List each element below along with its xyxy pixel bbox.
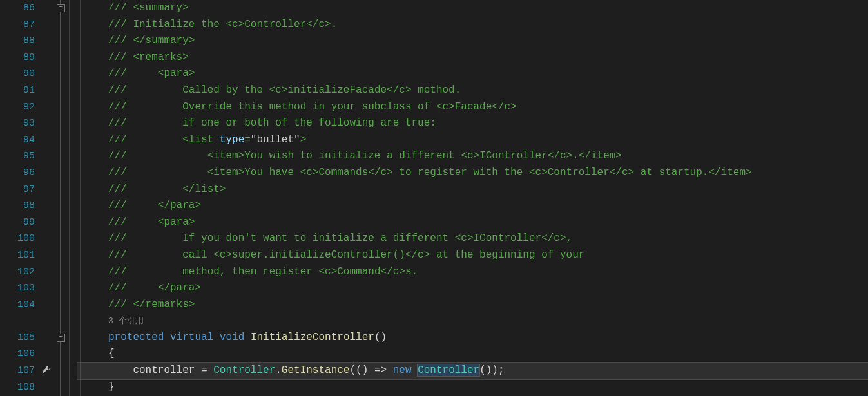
line-number: 104	[0, 297, 39, 314]
line-number-blank: .	[0, 313, 39, 330]
line-number: 94	[0, 132, 39, 149]
selected-identifier[interactable]: Controller	[418, 364, 479, 376]
code-line[interactable]: /// Called by the <c>initializeFacade</c…	[77, 82, 868, 99]
code-line-current[interactable]: controller = Controller.GetInstance(() =…	[77, 363, 868, 379]
line-number: 92	[0, 99, 39, 116]
line-number: 103	[0, 280, 39, 297]
folding-margin[interactable]: − −	[54, 0, 67, 396]
glyph-margin	[39, 0, 54, 396]
code-line[interactable]: /// <para>	[77, 66, 868, 82]
line-number: 95	[0, 148, 39, 165]
line-number: 101	[0, 247, 39, 264]
code-line[interactable]: /// </summary>	[77, 33, 868, 50]
code-line[interactable]: /// Initialize the <c>Controller</c>.	[77, 17, 868, 33]
fold-toggle-icon[interactable]: −	[57, 4, 65, 12]
line-number: 96	[0, 165, 39, 182]
line-number: 106	[0, 346, 39, 363]
code-line[interactable]: /// Override this method in your subclas…	[77, 99, 868, 116]
code-line[interactable]: /// <remarks>	[77, 50, 868, 66]
line-number: 107	[0, 363, 39, 379]
code-line[interactable]: /// call <c>super.initializeController()…	[77, 247, 868, 264]
line-number: 105	[0, 330, 39, 346]
code-line[interactable]: /// </remarks>	[77, 297, 868, 314]
line-number: 102	[0, 264, 39, 281]
indent-guides	[67, 0, 77, 396]
codelens-references[interactable]: 3 个引用	[77, 313, 868, 330]
code-editor[interactable]: 86 87 88 89 90 91 92 93 94 95 96 97 98 9…	[0, 0, 868, 396]
line-number: 100	[0, 231, 39, 247]
line-number-gutter: 86 87 88 89 90 91 92 93 94 95 96 97 98 9…	[0, 0, 39, 396]
code-line[interactable]: /// <para>	[77, 214, 868, 231]
code-line[interactable]: {	[77, 346, 868, 363]
line-number: 108	[0, 379, 39, 396]
code-line[interactable]: /// </list>	[77, 182, 868, 198]
code-line[interactable]: /// <list type="bullet">	[77, 132, 868, 149]
line-number: 99	[0, 214, 39, 231]
line-number: 93	[0, 115, 39, 132]
code-line[interactable]: /// if one or both of the following are …	[77, 115, 868, 132]
code-line[interactable]: protected virtual void InitializeControl…	[77, 330, 868, 346]
line-number: 98	[0, 198, 39, 214]
code-line[interactable]: /// </para>	[77, 198, 868, 214]
line-number: 87	[0, 17, 39, 33]
code-area[interactable]: /// <summary> /// Initialize the <c>Cont…	[77, 0, 868, 396]
quick-actions-icon[interactable]	[39, 363, 54, 379]
code-line[interactable]: /// If you don't want to initialize a di…	[77, 231, 868, 247]
line-number: 89	[0, 50, 39, 66]
fold-toggle-icon[interactable]: −	[57, 334, 65, 342]
code-line[interactable]: /// </para>	[77, 280, 868, 297]
line-number: 90	[0, 66, 39, 82]
code-line[interactable]: /// <item>You wish to initialize a diffe…	[77, 148, 868, 165]
code-line[interactable]: /// method, then register <c>Command</c>…	[77, 264, 868, 281]
line-number: 91	[0, 82, 39, 99]
line-number: 97	[0, 182, 39, 198]
code-line[interactable]: /// <summary>	[77, 0, 868, 17]
line-number: 88	[0, 33, 39, 50]
code-line[interactable]: /// <item>You have <c>Commands</c> to re…	[77, 165, 868, 182]
code-line[interactable]: }	[77, 379, 868, 396]
line-number: 86	[0, 0, 39, 17]
